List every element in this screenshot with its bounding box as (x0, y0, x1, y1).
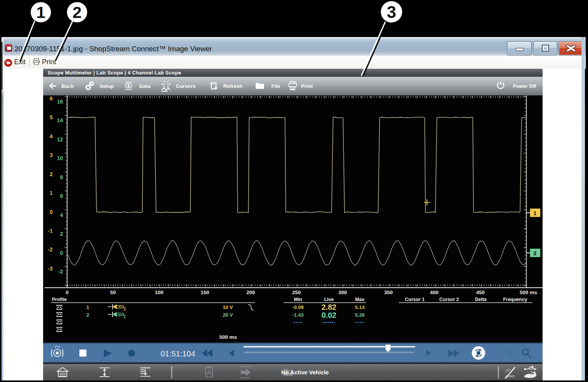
svg-text:1: 1 (36, 3, 45, 21)
svg-text:2: 2 (72, 3, 82, 21)
svg-text:3: 3 (387, 3, 396, 21)
